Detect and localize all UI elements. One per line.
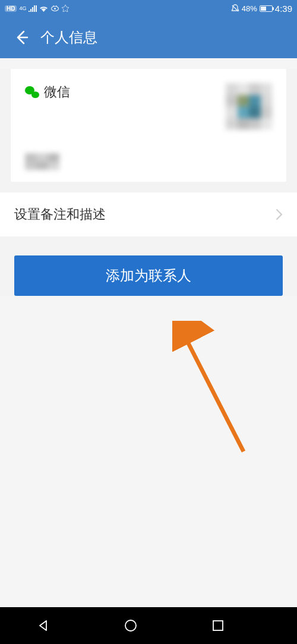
signal-4g-label: 4G xyxy=(19,5,26,11)
svg-line-5 xyxy=(183,333,244,452)
time: 4:39 xyxy=(275,4,292,14)
wifi-icon xyxy=(39,5,48,12)
username-redacted xyxy=(25,153,59,170)
add-contact-button[interactable]: 添加为联系人 xyxy=(14,255,283,296)
profile-source: 微信 xyxy=(25,83,70,101)
hd-badge: HD xyxy=(5,5,17,12)
nav-back-button[interactable] xyxy=(34,616,53,635)
back-button[interactable] xyxy=(12,29,29,46)
set-remark-label: 设置备注和描述 xyxy=(14,206,106,223)
mute-icon xyxy=(231,4,239,12)
source-label: 微信 xyxy=(44,83,70,101)
status-right: 48% 4:39 xyxy=(231,4,292,14)
svg-point-6 xyxy=(125,620,136,631)
profile-header: 微信 xyxy=(25,83,272,130)
nav-recent-button[interactable] xyxy=(208,616,228,635)
annotation-arrow xyxy=(172,321,249,457)
eye-icon xyxy=(50,5,59,12)
svg-rect-7 xyxy=(213,621,223,630)
navigation-bar xyxy=(0,607,297,644)
set-remark-row[interactable]: 设置备注和描述 xyxy=(0,192,297,236)
avatar[interactable] xyxy=(226,83,272,130)
battery-percent: 48% xyxy=(242,4,257,13)
app-bar: 个人信息 xyxy=(0,17,297,58)
status-bar: HD 4G 48% 4:39 xyxy=(0,0,297,17)
chevron-right-icon xyxy=(276,209,283,220)
profile-card: 微信 xyxy=(11,69,286,182)
status-left: HD 4G xyxy=(5,5,69,12)
signal-icon xyxy=(29,5,37,12)
wechat-icon xyxy=(25,86,39,98)
nav-home-button[interactable] xyxy=(121,616,140,635)
misc-icon xyxy=(62,5,69,12)
content-area: 微信 设置备注和描述 添加为联系人 xyxy=(0,69,297,296)
battery-icon xyxy=(260,5,273,12)
page-title: 个人信息 xyxy=(40,28,97,47)
svg-point-1 xyxy=(54,8,56,10)
